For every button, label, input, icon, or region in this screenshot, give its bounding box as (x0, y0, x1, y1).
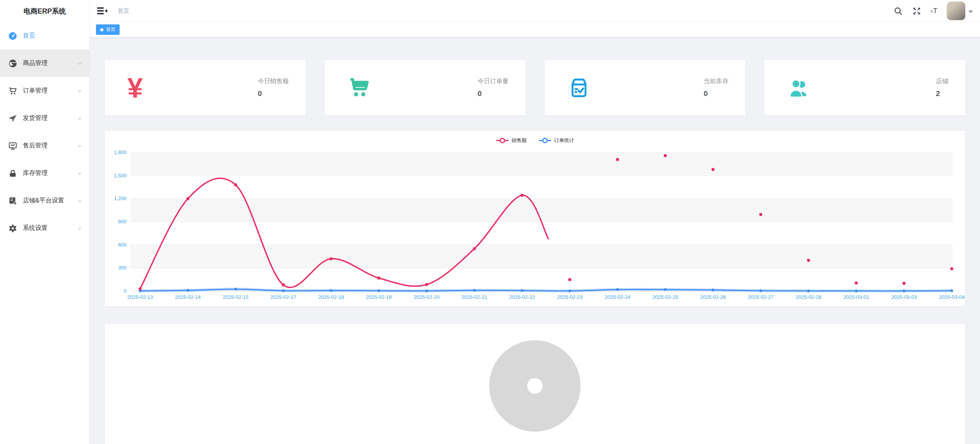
avatar[interactable] (947, 2, 965, 20)
svg-text:2025-02-20: 2025-02-20 (414, 294, 440, 300)
tabbar: 首页 (90, 22, 980, 38)
chevron-down-icon (77, 226, 82, 231)
send-icon (8, 114, 17, 123)
users-icon (787, 76, 829, 99)
svg-text:0: 0 (124, 288, 127, 294)
stat-card-value: 0 (478, 89, 509, 98)
sales-orders-chart-panel: 销售额订单统计 03006009001,2001,5001,8002025-02… (105, 131, 965, 306)
legend-label: 订单统计 (554, 137, 574, 144)
chevron-down-icon (77, 61, 82, 66)
box-check-icon (567, 76, 610, 100)
search-icon[interactable] (893, 6, 903, 15)
chevron-down-icon (77, 88, 82, 94)
stat-card-value: 0 (704, 89, 728, 98)
chevron-down-icon (77, 171, 82, 176)
svg-text:2025-02-19: 2025-02-19 (366, 294, 392, 300)
sidebar-item-shipping[interactable]: 发货管理 (0, 105, 89, 132)
stat-card-value: 0 (258, 89, 289, 98)
topbar-actions: тT (893, 2, 980, 20)
sidebar-item-inventory[interactable]: 库存管理 (0, 159, 89, 187)
legend-label: 销售额 (512, 137, 527, 144)
sidebar-item-label: 店铺&平台设置 (23, 197, 64, 205)
stat-card-current-stock: 当前库存 0 (545, 60, 745, 115)
sidebar-item-label: 系统设置 (23, 224, 48, 232)
svg-text:1,800: 1,800 (114, 149, 127, 155)
globe-icon (8, 59, 17, 68)
chevron-down-icon (77, 116, 82, 121)
svg-text:300: 300 (118, 265, 127, 271)
stat-card-label: 今日销售额 (258, 77, 289, 86)
storage-gear-icon (8, 196, 17, 206)
svg-text:2025-02-27: 2025-02-27 (748, 294, 774, 300)
svg-text:2025-02-17: 2025-02-17 (271, 294, 296, 300)
svg-text:1,500: 1,500 (114, 173, 127, 178)
sidebar-item-label: 库存管理 (23, 169, 48, 177)
active-tab-dot (100, 28, 103, 31)
pie-chart-hole (527, 378, 543, 394)
cart-icon (347, 76, 390, 99)
sidebar-menu: 首页 商品管理 订单管理 发货管理 (0, 22, 89, 242)
svg-text:2025-03-01: 2025-03-01 (843, 294, 869, 300)
caret-down-icon (968, 10, 973, 13)
font-size-icon[interactable]: тT (930, 7, 937, 15)
svg-text:2025-02-24: 2025-02-24 (605, 294, 630, 300)
yen-icon: ¥ (127, 74, 170, 102)
topbar: 首页 тT (90, 0, 980, 22)
sidebar-item-label: 商品管理 (23, 59, 48, 67)
chart-legend: 销售额订单统计 (105, 137, 965, 144)
cart-icon (8, 86, 17, 96)
sidebar-item-label: 发货管理 (23, 114, 48, 122)
svg-text:2025-02-13: 2025-02-13 (127, 294, 153, 300)
legend-marker-icon (538, 137, 552, 144)
sidebar-item-system-settings[interactable]: 系统设置 (0, 214, 89, 242)
svg-text:2025-02-22: 2025-02-22 (509, 294, 535, 300)
svg-text:2025-02-15: 2025-02-15 (223, 294, 248, 300)
svg-text:2025-02-23: 2025-02-23 (557, 294, 583, 300)
svg-text:2025-02-18: 2025-02-18 (318, 294, 344, 300)
stat-card-today-orders: 今日订单量 0 (325, 60, 526, 115)
svg-text:2025-02-28: 2025-02-28 (796, 294, 822, 300)
breadcrumb[interactable]: 首页 (118, 7, 129, 15)
svg-text:2025-03-04: 2025-03-04 (939, 294, 965, 300)
svg-text:2025-03-03: 2025-03-03 (891, 294, 917, 300)
stat-card-label: 今日订单量 (478, 77, 509, 86)
svg-text:600: 600 (118, 242, 127, 248)
sidebar-item-home[interactable]: 首页 (0, 22, 89, 50)
monitor-chart-icon (8, 141, 17, 151)
lock-icon (8, 169, 17, 178)
sidebar-item-orders[interactable]: 订单管理 (0, 77, 89, 105)
stat-card-label: 当前库存 (704, 77, 728, 86)
sidebar-item-shop-platform-settings[interactable]: 店铺&平台设置 (0, 187, 89, 214)
legend-marker-icon (496, 137, 509, 144)
svg-text:2025-02-26: 2025-02-26 (700, 294, 726, 300)
sidebar-item-label: 订单管理 (23, 87, 48, 95)
tab-home[interactable]: 首页 (96, 24, 120, 35)
chevron-down-icon (77, 143, 82, 149)
sidebar-item-label: 首页 (23, 32, 35, 40)
tab-label: 首页 (106, 26, 115, 33)
chevron-down-icon (77, 198, 82, 204)
sales-orders-line-chart[interactable]: 03006009001,2001,5001,8002025-02-132025-… (105, 131, 965, 306)
sidebar: 电商ERP系统 首页 商品管理 订单管理 (0, 0, 90, 444)
user-menu[interactable] (947, 2, 973, 20)
empty-pie-chart (489, 340, 581, 432)
sidebar-item-label: 售后管理 (23, 142, 48, 150)
app-title: 电商ERP系统 (0, 0, 89, 22)
dashboard-icon (8, 31, 17, 41)
gear-icon (8, 224, 17, 233)
svg-text:900: 900 (118, 219, 127, 225)
sidebar-item-products[interactable]: 商品管理 (0, 50, 89, 77)
legend-item[interactable]: 销售额 (496, 137, 527, 144)
svg-text:1,200: 1,200 (114, 195, 127, 201)
stat-card-label: 店铺 (936, 77, 948, 86)
stat-card-value: 2 (936, 89, 948, 98)
sidebar-item-aftersale[interactable]: 售后管理 (0, 132, 89, 159)
svg-text:2025-02-25: 2025-02-25 (653, 294, 678, 300)
stat-card-shops: 店铺 2 (764, 60, 965, 115)
pie-chart-panel (105, 324, 965, 444)
fullscreen-icon[interactable] (912, 6, 921, 15)
svg-text:2025-02-14: 2025-02-14 (175, 294, 200, 300)
stat-card-today-sales: ¥ 今日销售额 0 (105, 60, 306, 115)
hamburger-collapse-icon[interactable] (97, 6, 108, 15)
legend-item[interactable]: 订单统计 (538, 137, 574, 144)
